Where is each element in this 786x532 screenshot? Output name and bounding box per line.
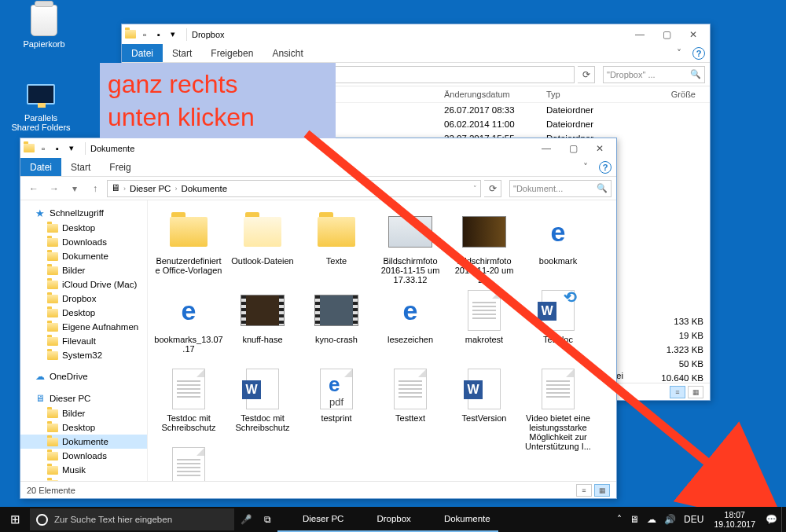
nav-item[interactable]: System32 [20,348,147,362]
nav-pane[interactable]: ★Schnellzugriff DesktopDownloadsDokument… [20,200,148,481]
maximize-button[interactable]: ▢ [653,26,680,43]
tab-share[interactable]: Freigeben [201,44,263,62]
view-icons-button[interactable]: ▦ [594,484,610,497]
nav-forward-button[interactable]: → [46,180,63,197]
file-item[interactable]: ebookmarks_13.07.17 [154,287,223,362]
ribbon-collapse-icon[interactable]: ˅ [670,44,688,62]
view-details-button[interactable]: ≡ [670,386,685,398]
nav-history-button[interactable]: ▾ [66,180,83,197]
ribbon-collapse-icon[interactable]: ˅ [577,158,594,176]
nav-item[interactable]: Desktop [20,306,147,320]
nav-item[interactable]: Filevault [20,334,147,348]
nav-item[interactable]: Eigene Aufnahmen [20,320,147,334]
col-date[interactable]: Änderungsdatum [444,90,546,99]
nav-item[interactable]: Downloads [20,235,147,249]
breadcrumb-seg[interactable]: Dieser PC [127,184,173,193]
tray-overflow-icon[interactable]: ˄ [613,514,626,525]
taskbar-search[interactable]: Zur Suche Text hier eingeben [30,508,234,530]
tray-clock[interactable]: 18:07 19.10.2017 [707,510,762,529]
nav-item[interactable]: Desktop [20,420,147,435]
tab-file[interactable]: Datei [20,158,61,176]
mic-button[interactable]: 🎤 [234,507,258,532]
titlebar[interactable]: ▫ ▪ ▾ Dropbox — ▢ ✕ [122,24,710,44]
titlebar[interactable]: ▫ ▪ ▾ Dokumente — ▢ ✕ [20,138,616,158]
nav-item[interactable]: Bilder [20,406,147,420]
close-button[interactable]: ✕ [680,26,707,43]
file-item[interactable]: Benutzerdefinierte Office-Vorlagen [154,208,223,284]
nav-back-button[interactable]: ← [25,180,42,197]
breadcrumb-seg[interactable]: Dokumente [178,184,230,193]
help-icon[interactable]: ? [692,47,705,60]
file-item[interactable]: TestVersion [450,365,519,441]
show-desktop-button[interactable] [781,507,786,532]
search-input[interactable]: "Dokument... 🔍 [509,180,612,197]
nav-onedrive[interactable]: ☁OneDrive [20,369,147,384]
file-item[interactable]: Testtext [376,365,445,441]
new-folder-icon[interactable]: ▪ [153,29,164,40]
file-item[interactable]: elesezeichen [376,287,445,362]
tab-view[interactable]: Ansicht [263,44,312,62]
chevron-down-icon[interactable]: ˅ [473,185,477,193]
tab-start[interactable]: Start [61,158,100,176]
col-type[interactable]: Typ [546,90,633,99]
file-item[interactable]: ebookmark [523,208,593,284]
dropdown-icon[interactable]: ▾ [66,143,77,154]
nav-item[interactable]: Downloads [20,449,147,463]
nav-item[interactable]: Bilder [20,263,147,277]
nav-item[interactable]: Dokumente [20,435,147,449]
file-item[interactable]: epdftestprint [302,365,371,441]
new-folder-icon[interactable]: ▪ [52,143,63,154]
dropdown-icon[interactable]: ▾ [167,29,178,40]
desktop-icon-recycle-bin[interactable]: Papierkorb [14,5,74,49]
taskbar-task[interactable]: Dropbox [351,507,418,532]
nav-this-pc[interactable]: 🖥Dieser PC [20,391,147,406]
task-view-button[interactable]: ⧉ [258,507,277,532]
properties-icon[interactable]: ▫ [38,143,49,154]
tray-sync-icon[interactable]: ☁ [643,514,660,525]
nav-up-button[interactable]: ↑ [86,180,104,197]
minimize-button[interactable]: — [626,26,653,43]
start-button[interactable]: ⊞ [0,507,30,532]
help-icon[interactable]: ? [599,161,612,174]
refresh-button[interactable]: ⟳ [578,66,595,83]
icon-grid[interactable]: Benutzerdefinierte Office-VorlagenOutloo… [148,200,616,481]
file-item[interactable] [154,444,223,481]
properties-icon[interactable]: ▫ [139,29,150,40]
nav-item[interactable]: iCloud Drive (Mac) [20,277,147,292]
col-size[interactable]: Größe [633,90,703,99]
refresh-button[interactable]: ⟳ [484,180,501,197]
view-details-button[interactable]: ≡ [576,484,592,497]
taskbar-task[interactable]: Dokumente [419,507,498,532]
nav-item[interactable]: Musik [20,463,147,477]
system-tray[interactable]: ˄ 🖥 ☁ 🔊 DEU 18:07 19.10.2017 💬 [613,507,786,532]
minimize-button[interactable]: — [533,140,560,157]
nav-item[interactable]: Dokumente [20,249,147,263]
nav-item[interactable]: Desktop [20,221,147,235]
tray-volume-icon[interactable]: 🔊 [660,514,680,525]
search-input[interactable]: "Dropbox" ... 🔍 [603,66,705,83]
file-item[interactable]: Outlook-Dateien [228,208,297,284]
file-item[interactable]: Testdoc mit Schreibschutz [228,365,297,441]
action-center-icon[interactable]: 💬 [762,514,781,525]
file-item[interactable]: Texte [302,208,371,284]
nav-item[interactable]: Dropbox [20,292,147,306]
tab-file[interactable]: Datei [122,44,163,62]
breadcrumb[interactable]: 🖥 › Dieser PC › Dokumente ˅ [107,180,481,197]
taskbar[interactable]: ⊞ Zur Suche Text hier eingeben 🎤 ⧉ Diese… [0,507,786,532]
tray-monitor-icon[interactable]: 🖥 [626,514,643,525]
file-item[interactable]: Testdoc mit Schreibschutz [154,365,223,441]
file-item[interactable]: Bildschirmfoto 2016-11-20 um 21. [450,208,519,284]
explorer-window-dokumente[interactable]: ▫ ▪ ▾ Dokumente — ▢ ✕ Datei Start Freig … [20,138,617,499]
nav-quick-access[interactable]: ★Schnellzugriff [20,205,147,221]
file-item[interactable]: kyno-crash [302,287,371,362]
file-item[interactable]: Bildschirmfoto 2016-11-15 um 17.33.12 [376,208,445,284]
tray-language[interactable]: DEU [680,514,707,525]
file-item[interactable]: knuff-hase [228,287,297,362]
desktop-icon-shared-folders[interactable]: Parallels Shared Folders [11,79,71,132]
maximize-button[interactable]: ▢ [560,140,586,157]
tab-start[interactable]: Start [163,44,201,62]
close-button[interactable]: ✕ [586,140,613,157]
file-item[interactable]: makrotest [450,287,519,362]
file-item[interactable]: Video bietet eine leistungsstarke Möglic… [523,365,593,441]
tab-freigeben[interactable]: Freig [100,158,140,176]
